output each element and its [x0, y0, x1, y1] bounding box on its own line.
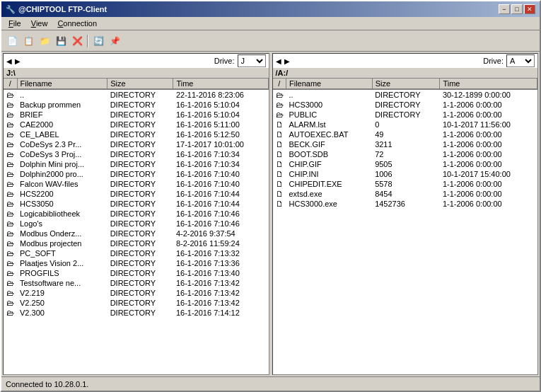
file-size: 9505 — [372, 159, 440, 169]
right-col-filename[interactable]: Filename — [286, 79, 373, 89]
minimize-button[interactable]: − — [499, 4, 510, 14]
file-name: .. — [17, 89, 107, 100]
table-row[interactable]: 🗁 .. DIRECTORY 22-11-2016 8:23:06 — [4, 89, 268, 100]
left-col-icon[interactable]: / — [4, 79, 17, 89]
table-row[interactable]: 🗁 BRIEF DIRECTORY 16-1-2016 5:10:04 — [4, 110, 268, 120]
left-col-filename[interactable]: Filename — [17, 79, 107, 89]
file-name: .. — [286, 89, 373, 100]
toolbar-open-button[interactable]: 📁 — [37, 33, 52, 49]
table-row[interactable]: 🗁 CE_LABEL DIRECTORY 16-1-2016 5:12:50 — [4, 129, 268, 139]
right-col-time[interactable]: Time — [440, 79, 537, 89]
right-file-list[interactable]: / Filename Size Time 🗁 .. DIRECTORY 30-1… — [273, 79, 538, 374]
table-row[interactable]: 🗋 CHIP.INI 1006 10-1-2017 15:40:00 — [273, 169, 537, 179]
toolbar-delete-button[interactable]: ❌ — [69, 33, 85, 49]
right-col-icon[interactable]: / — [273, 79, 286, 89]
file-size: DIRECTORY — [107, 278, 173, 288]
table-row[interactable]: 🗁 V2.250 DIRECTORY 16-1-2016 7:13:42 — [4, 298, 268, 308]
table-row[interactable]: 🗁 HCS2200 DIRECTORY 16-1-2016 7:10:44 — [4, 189, 268, 199]
table-row[interactable]: 🗁 Plaatjes Vision 2... DIRECTORY 16-1-20… — [4, 258, 268, 268]
menu-file[interactable]: File — [4, 18, 25, 28]
left-drive-select[interactable]: J — [238, 54, 266, 67]
file-time: 16-1-2016 7:13:32 — [173, 248, 268, 258]
right-drive-select[interactable]: A — [506, 54, 535, 67]
file-name: CoDeSys 3 Proj... — [17, 149, 107, 159]
table-row[interactable]: 🗋 HCS3000.exe 1452736 1-1-2006 0:00:00 — [273, 199, 537, 209]
toolbar-save-button[interactable]: 💾 — [53, 33, 69, 49]
table-row[interactable]: 🗁 CAE2000 DIRECTORY 16-1-2016 5:11:00 — [4, 120, 268, 129]
table-row[interactable]: 🗁 Modbus Onderz... DIRECTORY 4-2-2016 9:… — [4, 229, 268, 238]
menu-view[interactable]: View — [27, 18, 52, 28]
file-size: DIRECTORY — [107, 100, 173, 110]
file-icon: 🗁 — [4, 159, 17, 169]
file-name: PROGFILS — [17, 268, 107, 278]
table-row[interactable]: 🗋 BOOT.SDB 72 1-1-2006 0:00:00 — [273, 149, 537, 159]
table-row[interactable]: 🗋 ALARM.lst 0 10-1-2017 11:56:00 — [273, 120, 537, 129]
file-time: 17-1-2017 10:01:00 — [173, 139, 268, 149]
table-row[interactable]: 🗁 Modbus projecten DIRECTORY 8-2-2016 11… — [4, 238, 268, 248]
left-col-time[interactable]: Time — [173, 79, 268, 89]
file-size: DIRECTORY — [107, 199, 173, 209]
file-name: Modbus Onderz... — [17, 229, 107, 238]
file-icon: 🗁 — [4, 288, 17, 298]
file-time: 1-1-2006 0:00:00 — [440, 199, 537, 209]
table-row[interactable]: 🗁 Testsoftware ne... DIRECTORY 16-1-2016… — [4, 278, 268, 288]
table-row[interactable]: 🗋 BECK.GIF 3211 1-1-2006 0:00:00 — [273, 139, 537, 149]
file-time: 16-1-2016 7:10:40 — [173, 179, 268, 189]
table-row[interactable]: 🗁 V2.219 DIRECTORY 16-1-2016 7:13:42 — [4, 288, 268, 298]
table-row[interactable]: 🗋 extsd.exe 8454 1-1-2006 0:00:00 — [273, 189, 537, 199]
table-row[interactable]: 🗋 CHIP.GIF 9505 1-1-2006 0:00:00 — [273, 159, 537, 169]
file-name: Dolphin2000 pro... — [17, 169, 107, 179]
table-row[interactable]: 🗁 Dolphin Mini proj... DIRECTORY 16-1-20… — [4, 159, 268, 169]
table-row[interactable]: 🗁 Logo's DIRECTORY 16-1-2016 7:10:46 — [4, 219, 268, 229]
table-row[interactable]: 🗁 HCS3050 DIRECTORY 16-1-2016 7:10:44 — [4, 199, 268, 209]
table-row[interactable]: 🗁 CoDeSys 2.3 Pr... DIRECTORY 17-1-2017 … — [4, 139, 268, 149]
file-time: 16-1-2016 7:13:42 — [173, 278, 268, 288]
left-file-table: / Filename Size Time 🗁 .. DIRECTORY 22-1… — [4, 79, 269, 318]
file-time: 16-1-2016 5:11:00 — [173, 120, 268, 129]
toolbar-copy-button[interactable]: 📋 — [21, 33, 36, 49]
table-row[interactable]: 🗁 PUBLIC DIRECTORY 1-1-2006 0:00:00 — [273, 110, 537, 120]
toolbar-refresh-button[interactable]: 🔄 — [91, 33, 106, 49]
file-time: 16-1-2016 7:10:44 — [173, 189, 268, 199]
table-row[interactable]: 🗁 Falcon WAV-files DIRECTORY 16-1-2016 7… — [4, 179, 268, 189]
file-name: V2.300 — [17, 308, 107, 318]
table-row[interactable]: 🗁 PROGFILS DIRECTORY 16-1-2016 7:13:40 — [4, 268, 268, 278]
toolbar-new-button[interactable]: 📄 — [4, 33, 20, 49]
file-time: 16-1-2016 7:10:44 — [173, 199, 268, 209]
left-file-list[interactable]: / Filename Size Time 🗁 .. DIRECTORY 22-1… — [4, 79, 269, 374]
file-size: DIRECTORY — [372, 100, 440, 110]
file-size: DIRECTORY — [107, 189, 173, 199]
menu-connection[interactable]: Connection — [53, 18, 101, 28]
left-nav-back-icon[interactable]: ◀ — [6, 57, 12, 65]
right-pane-address: ◀ ▶ Drive: A — [273, 54, 538, 68]
left-col-size[interactable]: Size — [107, 79, 173, 89]
right-file-table: / Filename Size Time 🗁 .. DIRECTORY 30-1… — [273, 79, 538, 209]
table-row[interactable]: 🗁 .. DIRECTORY 30-12-1899 0:00:00 — [273, 89, 537, 100]
file-icon: 🗁 — [4, 149, 17, 159]
left-nav-forward-icon[interactable]: ▶ — [15, 57, 21, 65]
left-pane-address: ◀ ▶ Drive: J — [4, 54, 269, 68]
file-name: HCS2200 — [17, 189, 107, 199]
table-row[interactable]: 🗋 AUTOEXEC.BAT 49 1-1-2006 0:00:00 — [273, 129, 537, 139]
titlebar-controls: − □ ✕ — [499, 4, 535, 14]
right-nav-back-icon[interactable]: ◀ — [276, 57, 281, 65]
table-row[interactable]: 🗋 CHIPEDIT.EXE 5578 1-1-2006 0:00:00 — [273, 179, 537, 189]
table-row[interactable]: 🗁 V2.300 DIRECTORY 16-1-2016 7:14:12 — [4, 308, 268, 318]
right-nav-forward-icon[interactable]: ▶ — [284, 57, 290, 65]
file-icon: 🗋 — [273, 120, 286, 129]
toolbar-pin-button[interactable]: 📌 — [107, 33, 122, 49]
table-row[interactable]: 🗁 Backup prommen DIRECTORY 16-1-2016 5:1… — [4, 100, 268, 110]
table-row[interactable]: 🗁 HCS3000 DIRECTORY 1-1-2006 0:00:00 — [273, 100, 537, 110]
table-row[interactable]: 🗁 PC_SOFT DIRECTORY 16-1-2016 7:13:32 — [4, 248, 268, 258]
file-name: Modbus projecten — [17, 238, 107, 248]
file-time: 16-1-2016 7:13:40 — [173, 268, 268, 278]
file-size: 5578 — [372, 179, 440, 189]
table-row[interactable]: 🗁 CoDeSys 3 Proj... DIRECTORY 16-1-2016 … — [4, 149, 268, 159]
table-row[interactable]: 🗁 Logicabibliotheek DIRECTORY 16-1-2016 … — [4, 209, 268, 219]
table-row[interactable]: 🗁 Dolphin2000 pro... DIRECTORY 16-1-2016… — [4, 169, 268, 179]
file-size: DIRECTORY — [107, 139, 173, 149]
close-button[interactable]: ✕ — [524, 4, 535, 14]
main-window: 🔧 @CHIPTOOL FTP-Client − □ ✕ File View C… — [0, 0, 541, 392]
maximize-button[interactable]: □ — [511, 4, 523, 14]
right-col-size[interactable]: Size — [372, 79, 440, 89]
